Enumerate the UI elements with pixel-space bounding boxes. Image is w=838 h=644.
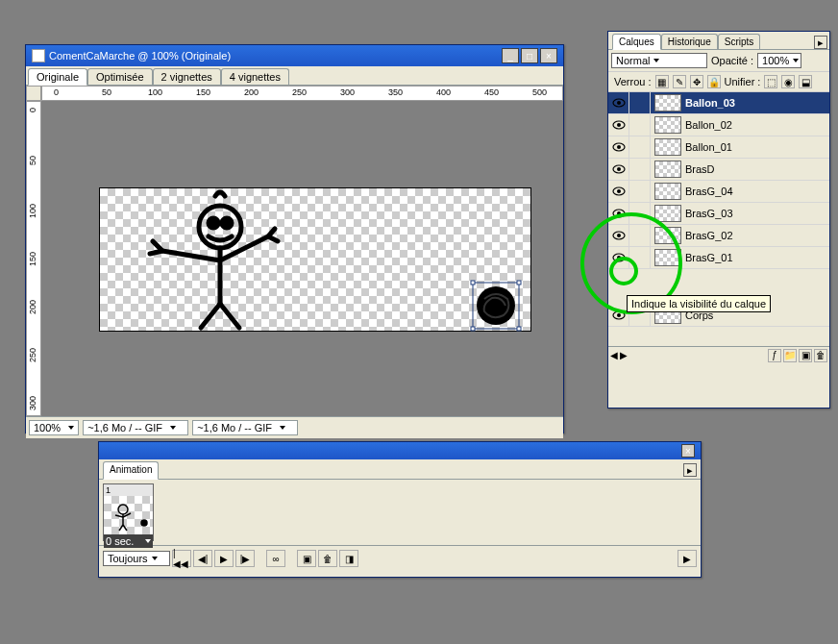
delete-frame-button[interactable]: 🗑 [318,550,337,567]
zoom-display[interactable]: 100% [29,420,79,435]
link-column[interactable] [629,136,651,159]
unify-position-icon[interactable]: ⬚ [764,75,777,88]
ruler-vertical: 0 50 100 150 200 250 300 [26,101,41,416]
visibility-toggle[interactable] [608,225,629,247]
svg-point-32 [118,505,128,514]
layer-thumbnail [654,138,681,156]
visibility-toggle[interactable] [608,203,629,225]
svg-line-35 [123,525,127,531]
close-button[interactable]: × [540,48,557,63]
layer-row-Ballon_01[interactable]: Ballon_01 [608,136,829,159]
layer-name-label: BrasD [685,163,715,175]
link-column[interactable] [629,225,651,247]
layer-thumbnail [654,249,681,266]
visibility-toggle[interactable] [608,159,629,181]
play-button[interactable]: ▶ [214,550,234,567]
document-title: ComentCaMarche @ 100% (Originale) [49,50,231,62]
visibility-toggle[interactable] [608,92,629,114]
frame-delay-dropdown[interactable] [145,539,151,543]
unify-visibility-icon[interactable]: ◉ [781,75,795,88]
animation-menu-button[interactable]: ▸ [683,463,697,477]
visibility-toggle[interactable] [608,181,629,203]
opacity-input[interactable]: 100% [757,53,801,68]
svg-point-29 [617,256,621,260]
scroll-right-icon[interactable]: ▶ [620,350,628,360]
minimize-button[interactable]: _ [502,48,519,63]
duplicate-frame-button[interactable]: ▣ [297,550,316,567]
eye-icon [612,209,626,218]
lock-paint-icon[interactable]: ✎ [673,75,686,88]
animation-close-button[interactable]: × [681,444,695,458]
tab-2-vignettes[interactable]: 2 vignettes [153,68,221,85]
chevron-down-icon[interactable] [793,59,799,62]
document-icon [32,49,45,62]
link-column[interactable] [629,247,651,269]
layer-name-label: BrasG_01 [685,252,733,263]
layer-row-BrasG_02[interactable]: BrasG_02 [608,225,829,247]
layer-row-BrasD[interactable]: BrasD [608,159,829,181]
lock-all-icon[interactable]: 🔒 [707,75,721,88]
visibility-toggle[interactable] [608,114,629,136]
layers-bottom-bar: ◀ ▶ ƒ 📁 ▣ 🗑 [608,346,829,363]
canvas-area[interactable] [41,101,563,416]
unify-style-icon[interactable]: ⬓ [799,75,812,88]
layer-thumbnail [654,183,681,200]
status-info-1[interactable]: ~1,6 Mo / -- GIF [83,420,188,435]
link-column[interactable] [629,114,651,136]
panel-menu-button[interactable]: ▸ [814,36,827,49]
layer-row-BrasG_01[interactable]: BrasG_01 [608,247,829,269]
visibility-tooltip: Indique la visibilité du calque [627,295,771,312]
eye-icon [612,186,626,196]
layer-new-button[interactable]: ▣ [799,349,812,362]
scroll-left-icon[interactable]: ◀ [610,350,618,360]
loop-select[interactable]: Toujours [103,551,170,566]
svg-line-34 [119,525,123,531]
link-column[interactable] [629,92,651,114]
tab-animation[interactable]: Animation [103,461,159,480]
svg-line-37 [115,515,123,517]
tab-originale[interactable]: Originale [28,68,87,86]
tab-optimisee[interactable]: Optimisée [87,68,153,85]
document-titlebar: ComentCaMarche @ 100% (Originale) _ □ × [26,45,563,66]
unify-label: Unifier : [725,76,761,87]
lock-transparency-icon[interactable]: ▦ [655,75,669,88]
lock-move-icon[interactable]: ✥ [690,75,703,88]
layer-fx-button[interactable]: ƒ [768,349,781,362]
animation-window: × Animation ▸ 1 0 sec. Toujours |◀◀ ◀| ▶… [98,441,702,578]
extra-button[interactable]: ◨ [339,550,358,567]
tab-scripts[interactable]: Scripts [718,34,761,49]
blend-mode-select[interactable]: Normal [611,53,707,68]
layer-thumbnail [654,205,681,222]
svg-point-1 [209,218,218,228]
maximize-button[interactable]: □ [521,48,538,63]
svg-point-23 [617,189,621,193]
visibility-toggle[interactable] [608,247,629,269]
tween-button[interactable]: ∞ [266,550,285,567]
layer-thumbnail [654,116,681,134]
tab-4-vignettes[interactable]: 4 vignettes [221,68,289,85]
svg-point-2 [222,218,232,228]
link-column[interactable] [629,181,651,203]
visibility-toggle[interactable] [608,136,629,159]
layer-row-Ballon_02[interactable]: Ballon_02 [608,114,829,136]
layer-trash-button[interactable]: 🗑 [814,349,827,362]
next-frame-button[interactable]: |▶ [235,550,255,567]
status-info-2[interactable]: ~1,6 Mo / -- GIF [192,420,298,435]
tab-historique[interactable]: Historique [661,34,718,49]
link-column[interactable] [629,159,651,181]
scroll-right-button[interactable]: ▶ [678,550,697,567]
layer-row-BrasG_03[interactable]: BrasG_03 [608,203,829,225]
first-frame-button[interactable]: |◀◀ [172,550,191,567]
animation-frame-1[interactable]: 1 0 sec. [103,483,154,541]
svg-point-21 [617,167,621,171]
layer-row-Ballon_03[interactable]: Ballon_03 [608,92,829,114]
layer-row-BrasG_04[interactable]: BrasG_04 [608,181,829,203]
prev-frame-button[interactable]: ◀| [193,550,212,567]
canvas[interactable] [99,187,531,332]
link-column[interactable] [629,203,651,225]
layer-thumbnail [654,161,681,178]
eye-icon [612,98,626,108]
tab-calques[interactable]: Calques [612,34,661,50]
layer-new-folder-button[interactable]: 📁 [783,349,797,362]
ruler-horizontal: 0 50 100 150 200 250 300 350 400 450 500 [41,86,563,101]
